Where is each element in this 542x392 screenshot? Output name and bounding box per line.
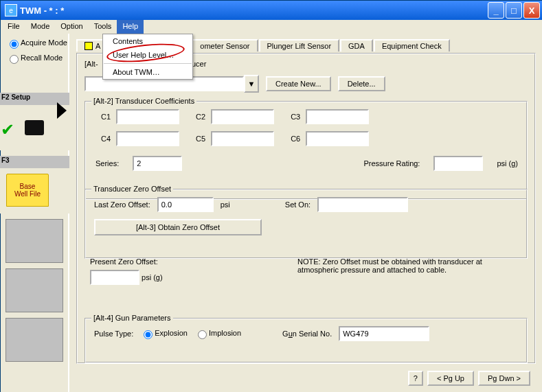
- help-about[interactable]: About TWM…: [103, 65, 192, 79]
- app-window: e TWM - * : * _ □ X File Mode Option Too…: [0, 0, 542, 392]
- f2-setup-card[interactable]: F2 Setup ✔: [0, 93, 71, 150]
- c3-label: C3: [291, 113, 300, 121]
- indicator-icon: [84, 42, 93, 50]
- c5-input[interactable]: [211, 131, 274, 146]
- create-new-button[interactable]: Create New...: [266, 76, 331, 91]
- implosion-input[interactable]: [198, 330, 207, 339]
- present-zero-block: Present Zero Offset: psi (g): [90, 257, 163, 285]
- sidebar-card-2[interactable]: [5, 268, 63, 312]
- maximize-button[interactable]: □: [506, 2, 522, 19]
- tab-plunger[interactable]: Plunger Lift Sensor: [259, 39, 340, 51]
- page-up-button[interactable]: < Pg Up: [427, 371, 474, 386]
- sidebar-card-1[interactable]: [5, 219, 63, 263]
- gun-parameters-group: [Alt-4] Gun Parameters Pulse Type: Explo…: [84, 318, 528, 363]
- series-label: Series:: [95, 159, 119, 168]
- base-label: Base: [20, 183, 36, 190]
- coefficients-legend: [Alt-2] Transducer Coefficients: [91, 97, 196, 105]
- obtain-zero-offset-button[interactable]: [Alt-3] Obtain Zero Offset: [94, 219, 262, 235]
- tab-equipment[interactable]: Equipment Check: [374, 39, 450, 51]
- menu-separator: [104, 63, 192, 64]
- menu-help[interactable]: Help: [117, 20, 144, 34]
- main-panel: [Alt- ucer ▼ Create New... Delete... [Al…: [76, 53, 536, 364]
- help-button[interactable]: ?: [408, 371, 423, 386]
- tab-acoustic-label: A: [95, 42, 100, 50]
- app-icon: e: [5, 4, 17, 16]
- implosion-radio[interactable]: Implosion: [194, 328, 241, 339]
- setup-label: Setup: [11, 93, 30, 101]
- well-file-label: Well File: [14, 190, 41, 198]
- base-well-file-icon: Base Well File: [6, 174, 49, 207]
- window-buttons: _ □ X: [488, 2, 540, 19]
- c1-label: C1: [101, 113, 111, 121]
- seton-label: Set On:: [285, 200, 310, 209]
- mode-radio-group: Acquire Mode Recall Mode: [6, 38, 67, 68]
- f2-label: F2: [1, 93, 10, 101]
- minimize-button[interactable]: _: [488, 2, 504, 19]
- serial-dropdown-button[interactable]: ▼: [244, 75, 259, 93]
- help-user-level[interactable]: User Help Level…: [103, 48, 192, 62]
- pressure-rating-input[interactable]: [433, 156, 483, 171]
- recall-mode-radio[interactable]: Recall Mode: [6, 53, 67, 64]
- c1-input[interactable]: [116, 109, 179, 124]
- title-bar: e TWM - * : * _ □ X: [1, 1, 542, 20]
- c6-label: C6: [291, 135, 300, 143]
- menu-mode[interactable]: Mode: [25, 20, 56, 34]
- sidebar-card-3[interactable]: [5, 318, 63, 362]
- acquire-mode-input[interactable]: [10, 40, 19, 49]
- content-area: A ometer Sensor Plunger Lift Sensor GDA …: [69, 34, 542, 392]
- arrow-right-icon: [57, 102, 67, 119]
- menu-bar: File Mode Option Tools Help: [1, 20, 542, 34]
- present-zero-label: Present Zero Offset:: [90, 257, 163, 266]
- implosion-label: Implosion: [209, 329, 241, 337]
- c4-label: C4: [101, 135, 111, 143]
- psig-label-1: psi (g): [497, 159, 518, 168]
- seton-input[interactable]: [317, 197, 408, 212]
- gun-serial-input[interactable]: [339, 326, 429, 341]
- last-zero-input[interactable]: [157, 197, 214, 212]
- gun-legend: [Alt-4] Gun Parameters: [91, 314, 173, 322]
- menu-option[interactable]: Option: [55, 20, 88, 34]
- transducer-label-suffix: ucer: [192, 60, 206, 68]
- zero-offset-legend: Transducer Zero Offset: [91, 185, 173, 193]
- tab-dyn-sensor[interactable]: ometer Sensor: [192, 39, 258, 51]
- f3-label: F3: [1, 157, 10, 164]
- f3-card[interactable]: F3 Base Well File: [0, 156, 71, 214]
- zero-offset-group: Transducer Zero Offset Last Zero Offset:…: [84, 189, 528, 259]
- psi-label: psi: [221, 200, 230, 209]
- page-down-button[interactable]: Pg Dwn >: [478, 371, 530, 386]
- last-zero-label: Last Zero Offset:: [94, 200, 150, 209]
- acquire-mode-label: Acquire Mode: [21, 38, 67, 47]
- psig-label-2: psi (g): [142, 273, 163, 281]
- bottom-bar: ? < Pg Up Pg Dwn >: [408, 371, 530, 386]
- explosion-radio[interactable]: Explosion: [140, 328, 188, 339]
- c2-input[interactable]: [211, 109, 274, 124]
- c5-label: C5: [196, 135, 205, 143]
- c6-input[interactable]: [306, 131, 369, 146]
- menu-tools[interactable]: Tools: [89, 20, 117, 34]
- recall-mode-input[interactable]: [10, 55, 19, 64]
- close-button[interactable]: X: [523, 2, 540, 19]
- delete-button[interactable]: Delete...: [338, 76, 385, 91]
- explosion-input[interactable]: [144, 330, 153, 339]
- help-contents[interactable]: Contents: [103, 34, 192, 48]
- gun-serial-label: Gun Serial No.: [282, 330, 332, 338]
- checkmark-icon: ✔: [1, 120, 14, 139]
- explosion-label: Explosion: [155, 329, 188, 337]
- alt1-label: [Alt-: [84, 60, 98, 68]
- recall-mode-label: Recall Mode: [21, 54, 63, 62]
- present-zero-input[interactable]: [90, 270, 139, 285]
- c2-label: C2: [196, 113, 205, 121]
- window-title: TWM - * : *: [20, 5, 488, 16]
- tab-gda[interactable]: GDA: [340, 39, 373, 51]
- zero-note: NOTE: Zero Offset must be obtained with …: [297, 257, 504, 274]
- acquire-mode-radio[interactable]: Acquire Mode: [6, 38, 67, 49]
- series-input[interactable]: [133, 156, 182, 171]
- help-menu: Contents User Help Level… About TWM…: [102, 34, 193, 80]
- c4-input[interactable]: [116, 131, 179, 146]
- briefcase-icon: [25, 120, 44, 135]
- left-sidebar: Acquire Mode Recall Mode F2 Setup ✔ F3 B…: [1, 34, 69, 392]
- pressure-rating-label: Pressure Rating:: [364, 159, 420, 168]
- menu-file[interactable]: File: [2, 20, 25, 34]
- body: Acquire Mode Recall Mode F2 Setup ✔ F3 B…: [1, 34, 542, 392]
- c3-input[interactable]: [306, 109, 369, 124]
